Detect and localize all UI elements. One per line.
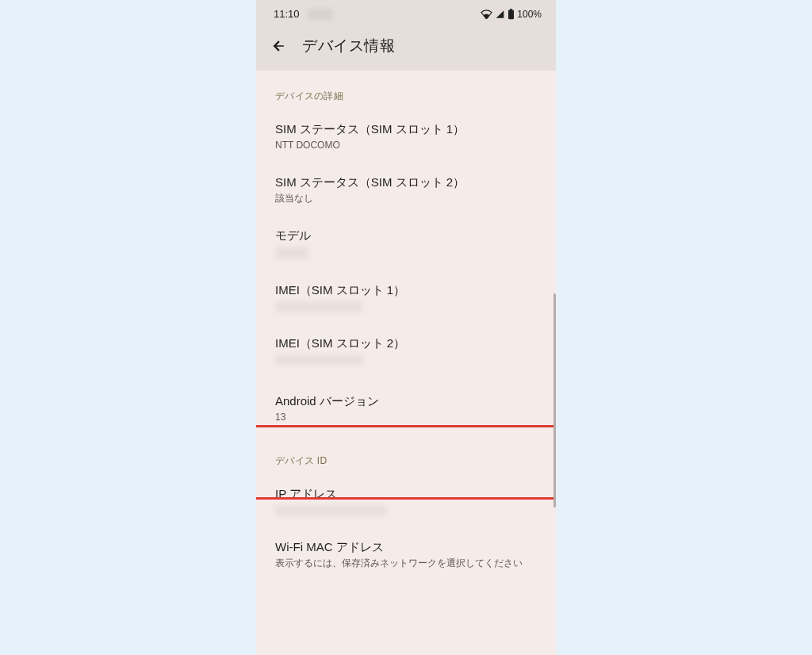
row-subtext-redacted <box>275 354 362 366</box>
row-label: SIM ステータス（SIM スロット 1） <box>275 121 537 137</box>
section-device-details: デバイスの詳細 <box>256 71 556 109</box>
row-sim-status-2[interactable]: SIM ステータス（SIM スロット 2） 該当なし <box>256 163 556 216</box>
svg-rect-0 <box>508 10 514 19</box>
signal-icon <box>495 10 505 19</box>
row-subtext: 該当なし <box>275 192 537 205</box>
row-label: IMEI（SIM スロット 2） <box>275 335 537 351</box>
row-subtext-redacted <box>275 505 386 516</box>
row-sim-status-1[interactable]: SIM ステータス（SIM スロット 1） NTT DOCOMO <box>256 109 556 163</box>
svg-rect-1 <box>510 9 512 10</box>
row-android-version[interactable]: Android バージョン 13 <box>256 377 556 439</box>
row-label: IP アドレス <box>275 485 537 502</box>
page-title: デバイス情報 <box>302 36 395 56</box>
status-notification-blur <box>308 9 333 20</box>
arrow-left-icon <box>271 38 287 54</box>
row-ip-address[interactable]: IP アドレス <box>256 474 556 527</box>
row-label: SIM ステータス（SIM スロット 2） <box>275 174 537 190</box>
battery-percent: 100% <box>517 9 542 20</box>
status-bar: 11:10 100% <box>256 0 556 25</box>
row-label: モデル <box>275 227 537 243</box>
row-subtext-redacted <box>275 247 308 259</box>
row-label: IMEI（SIM スロット 1） <box>275 282 537 298</box>
scrollbar-thumb[interactable] <box>553 293 556 508</box>
row-model[interactable]: モデル <box>256 216 556 270</box>
android-settings-screen: 11:10 100% デバイス情報 デバイスの詳細 SIM ステータス（SIM … <box>256 0 556 655</box>
battery-icon <box>508 9 515 20</box>
row-subtext: NTT DOCOMO <box>275 139 537 151</box>
settings-list: デバイスの詳細 SIM ステータス（SIM スロット 1） NTT DOCOMO… <box>256 71 556 593</box>
status-time: 11:10 <box>274 8 300 20</box>
row-label: Android バージョン <box>275 393 537 409</box>
wifi-icon <box>481 10 492 19</box>
row-subtext: 13 <box>275 411 537 423</box>
row-subtext-redacted <box>275 301 362 312</box>
row-wifi-mac[interactable]: Wi-Fi MAC アドレス 表示するには、保存済みネットワークを選択してくださ… <box>256 527 556 593</box>
section-device-id: デバイス ID <box>256 440 556 474</box>
row-label: Wi-Fi MAC アドレス <box>275 538 537 555</box>
row-imei-1[interactable]: IMEI（SIM スロット 1） <box>256 270 556 324</box>
row-imei-2[interactable]: IMEI（SIM スロット 2） <box>256 324 556 377</box>
app-bar: デバイス情報 <box>256 25 556 71</box>
row-subtext: 表示するには、保存済みネットワークを選択してください <box>275 557 537 569</box>
back-button[interactable] <box>270 37 288 55</box>
